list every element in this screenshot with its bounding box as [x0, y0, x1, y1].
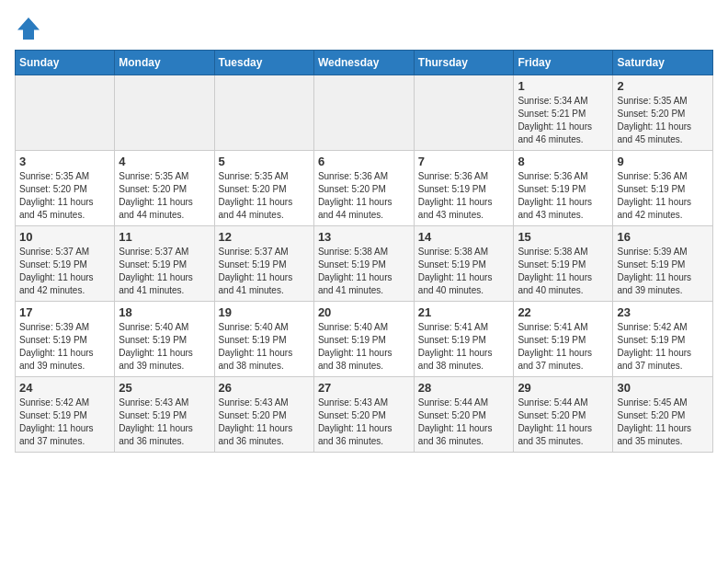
calendar-cell: 14Sunrise: 5:38 AM Sunset: 5:19 PM Dayli…: [414, 226, 514, 302]
day-info: Sunrise: 5:35 AM Sunset: 5:20 PM Dayligh…: [617, 95, 709, 146]
calendar-cell: [214, 75, 313, 151]
day-info: Sunrise: 5:35 AM Sunset: 5:20 PM Dayligh…: [19, 170, 110, 222]
day-info: Sunrise: 5:36 AM Sunset: 5:19 PM Dayligh…: [418, 170, 510, 222]
calendar-cell: 28Sunrise: 5:44 AM Sunset: 5:20 PM Dayli…: [414, 377, 514, 453]
day-number: 25: [119, 381, 210, 395]
calendar-cell: [414, 75, 514, 151]
calendar-cell: 13Sunrise: 5:38 AM Sunset: 5:19 PM Dayli…: [313, 226, 414, 302]
calendar-cell: 18Sunrise: 5:40 AM Sunset: 5:19 PM Dayli…: [115, 302, 214, 377]
day-info: Sunrise: 5:37 AM Sunset: 5:19 PM Dayligh…: [19, 246, 110, 297]
calendar-cell: [115, 75, 214, 151]
day-info: Sunrise: 5:39 AM Sunset: 5:19 PM Dayligh…: [617, 246, 709, 297]
day-number: 1: [518, 79, 609, 93]
day-number: 9: [617, 155, 709, 168]
day-number: 7: [418, 155, 510, 168]
day-info: Sunrise: 5:40 AM Sunset: 5:19 PM Dayligh…: [219, 321, 310, 373]
day-number: 23: [617, 305, 709, 319]
calendar-cell: 19Sunrise: 5:40 AM Sunset: 5:19 PM Dayli…: [214, 302, 313, 377]
day-info: Sunrise: 5:34 AM Sunset: 5:21 PM Dayligh…: [518, 95, 609, 146]
day-number: 28: [418, 381, 510, 395]
calendar-cell: 29Sunrise: 5:44 AM Sunset: 5:20 PM Dayli…: [514, 377, 613, 453]
calendar-cell: 26Sunrise: 5:43 AM Sunset: 5:20 PM Dayli…: [214, 377, 313, 453]
weekday-monday: Monday: [115, 51, 214, 75]
calendar-cell: [313, 75, 414, 151]
calendar-header: SundayMondayTuesdayWednesdayThursdayFrid…: [16, 51, 713, 75]
day-number: 12: [219, 230, 310, 244]
day-number: 14: [418, 230, 510, 244]
day-info: Sunrise: 5:43 AM Sunset: 5:19 PM Dayligh…: [119, 396, 210, 448]
weekday-thursday: Thursday: [414, 51, 514, 75]
calendar-cell: 10Sunrise: 5:37 AM Sunset: 5:19 PM Dayli…: [16, 226, 115, 302]
day-info: Sunrise: 5:37 AM Sunset: 5:19 PM Dayligh…: [219, 246, 310, 297]
day-info: Sunrise: 5:36 AM Sunset: 5:20 PM Dayligh…: [318, 170, 410, 222]
day-info: Sunrise: 5:42 AM Sunset: 5:19 PM Dayligh…: [617, 321, 709, 373]
svg-marker-0: [17, 17, 40, 40]
weekday-tuesday: Tuesday: [214, 51, 313, 75]
day-info: Sunrise: 5:44 AM Sunset: 5:20 PM Dayligh…: [518, 396, 609, 448]
day-number: 4: [119, 155, 210, 168]
calendar-cell: 11Sunrise: 5:37 AM Sunset: 5:19 PM Dayli…: [115, 226, 214, 302]
day-info: Sunrise: 5:35 AM Sunset: 5:20 PM Dayligh…: [119, 170, 210, 222]
day-info: Sunrise: 5:36 AM Sunset: 5:19 PM Dayligh…: [617, 170, 709, 222]
day-number: 17: [19, 305, 110, 319]
day-number: 16: [617, 230, 709, 244]
day-number: 30: [617, 381, 709, 395]
calendar-week-1: 1Sunrise: 5:34 AM Sunset: 5:21 PM Daylig…: [16, 75, 713, 151]
calendar-week-2: 3Sunrise: 5:35 AM Sunset: 5:20 PM Daylig…: [16, 151, 713, 226]
day-info: Sunrise: 5:39 AM Sunset: 5:19 PM Dayligh…: [19, 321, 110, 373]
day-number: 22: [518, 305, 609, 319]
day-number: 18: [119, 305, 210, 319]
calendar-cell: 24Sunrise: 5:42 AM Sunset: 5:19 PM Dayli…: [16, 377, 115, 453]
calendar-cell: 20Sunrise: 5:40 AM Sunset: 5:19 PM Dayli…: [313, 302, 414, 377]
day-info: Sunrise: 5:35 AM Sunset: 5:20 PM Dayligh…: [219, 170, 310, 222]
calendar-cell: 6Sunrise: 5:36 AM Sunset: 5:20 PM Daylig…: [313, 151, 414, 226]
day-info: Sunrise: 5:41 AM Sunset: 5:19 PM Dayligh…: [518, 321, 609, 373]
day-number: 19: [219, 305, 310, 319]
calendar-cell: 2Sunrise: 5:35 AM Sunset: 5:20 PM Daylig…: [613, 75, 713, 151]
day-number: 29: [518, 381, 609, 395]
day-info: Sunrise: 5:42 AM Sunset: 5:19 PM Dayligh…: [19, 396, 110, 448]
calendar-cell: 12Sunrise: 5:37 AM Sunset: 5:19 PM Dayli…: [214, 226, 313, 302]
day-number: 6: [318, 155, 410, 168]
day-info: Sunrise: 5:43 AM Sunset: 5:20 PM Dayligh…: [318, 396, 410, 448]
day-number: 20: [318, 305, 410, 319]
day-info: Sunrise: 5:41 AM Sunset: 5:19 PM Dayligh…: [418, 321, 510, 373]
calendar-cell: 8Sunrise: 5:36 AM Sunset: 5:19 PM Daylig…: [514, 151, 613, 226]
calendar-week-4: 17Sunrise: 5:39 AM Sunset: 5:19 PM Dayli…: [16, 302, 713, 377]
calendar-cell: 23Sunrise: 5:42 AM Sunset: 5:19 PM Dayli…: [613, 302, 713, 377]
day-info: Sunrise: 5:40 AM Sunset: 5:19 PM Dayligh…: [318, 321, 410, 373]
calendar-week-5: 24Sunrise: 5:42 AM Sunset: 5:19 PM Dayli…: [16, 377, 713, 453]
calendar-cell: 7Sunrise: 5:36 AM Sunset: 5:19 PM Daylig…: [414, 151, 514, 226]
day-info: Sunrise: 5:45 AM Sunset: 5:20 PM Dayligh…: [617, 396, 709, 448]
day-info: Sunrise: 5:38 AM Sunset: 5:19 PM Dayligh…: [318, 246, 410, 297]
day-info: Sunrise: 5:37 AM Sunset: 5:19 PM Dayligh…: [119, 246, 210, 297]
day-info: Sunrise: 5:40 AM Sunset: 5:19 PM Dayligh…: [119, 321, 210, 373]
weekday-friday: Friday: [514, 51, 613, 75]
day-number: 24: [19, 381, 110, 395]
calendar-cell: 9Sunrise: 5:36 AM Sunset: 5:19 PM Daylig…: [613, 151, 713, 226]
calendar-cell: 21Sunrise: 5:41 AM Sunset: 5:19 PM Dayli…: [414, 302, 514, 377]
day-info: Sunrise: 5:43 AM Sunset: 5:20 PM Dayligh…: [219, 396, 310, 448]
day-number: 21: [418, 305, 510, 319]
calendar-cell: 22Sunrise: 5:41 AM Sunset: 5:19 PM Dayli…: [514, 302, 613, 377]
calendar-body: 1Sunrise: 5:34 AM Sunset: 5:21 PM Daylig…: [16, 75, 713, 453]
weekday-header-row: SundayMondayTuesdayWednesdayThursdayFrid…: [16, 51, 713, 75]
calendar-cell: 30Sunrise: 5:45 AM Sunset: 5:20 PM Dayli…: [613, 377, 713, 453]
day-number: 13: [318, 230, 410, 244]
calendar-cell: 15Sunrise: 5:38 AM Sunset: 5:19 PM Dayli…: [514, 226, 613, 302]
day-number: 27: [318, 381, 410, 395]
calendar-cell: 25Sunrise: 5:43 AM Sunset: 5:19 PM Dayli…: [115, 377, 214, 453]
day-number: 15: [518, 230, 609, 244]
day-number: 10: [19, 230, 110, 244]
weekday-saturday: Saturday: [613, 51, 713, 75]
calendar-week-3: 10Sunrise: 5:37 AM Sunset: 5:19 PM Dayli…: [16, 226, 713, 302]
day-info: Sunrise: 5:36 AM Sunset: 5:19 PM Dayligh…: [518, 170, 609, 222]
weekday-sunday: Sunday: [16, 51, 115, 75]
calendar-cell: 17Sunrise: 5:39 AM Sunset: 5:19 PM Dayli…: [16, 302, 115, 377]
calendar-cell: 27Sunrise: 5:43 AM Sunset: 5:20 PM Dayli…: [313, 377, 414, 453]
day-info: Sunrise: 5:38 AM Sunset: 5:19 PM Dayligh…: [418, 246, 510, 297]
day-number: 3: [19, 155, 110, 168]
logo: [15, 15, 46, 42]
day-number: 5: [219, 155, 310, 168]
day-number: 26: [219, 381, 310, 395]
